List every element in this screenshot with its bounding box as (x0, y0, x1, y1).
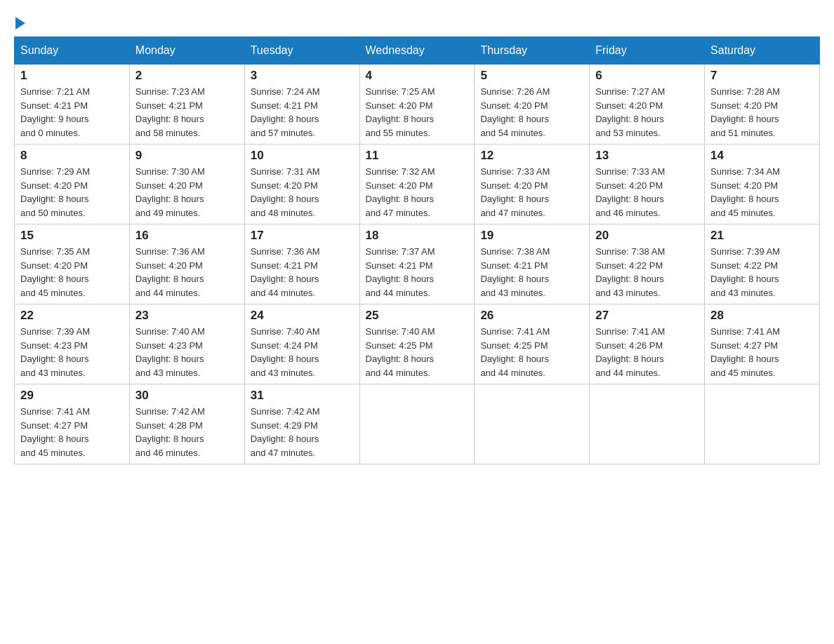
day-number: 7 (710, 69, 814, 83)
day-info: Sunrise: 7:28 AMSunset: 4:20 PMDaylight:… (710, 85, 814, 140)
calendar-cell: 22 Sunrise: 7:39 AMSunset: 4:23 PMDaylig… (15, 304, 130, 384)
calendar-cell (705, 384, 820, 464)
calendar-cell: 10 Sunrise: 7:31 AMSunset: 4:20 PMDaylig… (244, 145, 359, 224)
calendar-cell: 1 Sunrise: 7:21 AMSunset: 4:21 PMDayligh… (15, 65, 130, 145)
day-info: Sunrise: 7:39 AMSunset: 4:22 PMDaylight:… (710, 245, 814, 300)
calendar-cell: 9 Sunrise: 7:30 AMSunset: 4:20 PMDayligh… (129, 145, 244, 224)
day-number: 22 (20, 309, 124, 323)
day-info: Sunrise: 7:24 AMSunset: 4:21 PMDaylight:… (251, 85, 354, 140)
day-info: Sunrise: 7:26 AMSunset: 4:20 PMDaylight:… (480, 85, 583, 140)
calendar-cell: 18 Sunrise: 7:37 AMSunset: 4:21 PMDaylig… (359, 224, 475, 304)
calendar-table: SundayMondayTuesdayWednesdayThursdayFrid… (14, 36, 820, 464)
week-row-4: 22 Sunrise: 7:39 AMSunset: 4:23 PMDaylig… (15, 304, 820, 384)
day-info: Sunrise: 7:31 AMSunset: 4:20 PMDaylight:… (251, 165, 354, 220)
day-number: 20 (595, 229, 699, 243)
column-header-tuesday: Tuesday (244, 37, 359, 65)
column-header-saturday: Saturday (705, 37, 820, 65)
calendar-cell: 29 Sunrise: 7:41 AMSunset: 4:27 PMDaylig… (15, 384, 130, 464)
day-number: 17 (251, 229, 354, 243)
day-info: Sunrise: 7:33 AMSunset: 4:20 PMDaylight:… (480, 165, 583, 220)
day-number: 14 (710, 149, 814, 163)
day-number: 3 (251, 69, 354, 83)
calendar-cell: 17 Sunrise: 7:36 AMSunset: 4:21 PMDaylig… (244, 224, 359, 304)
day-info: Sunrise: 7:35 AMSunset: 4:20 PMDaylight:… (20, 245, 124, 300)
page-header (14, 14, 820, 29)
day-info: Sunrise: 7:41 AMSunset: 4:27 PMDaylight:… (20, 405, 124, 459)
calendar-cell: 12 Sunrise: 7:33 AMSunset: 4:20 PMDaylig… (475, 145, 590, 224)
day-number: 1 (20, 69, 124, 83)
calendar-cell: 11 Sunrise: 7:32 AMSunset: 4:20 PMDaylig… (359, 145, 475, 224)
day-info: Sunrise: 7:41 AMSunset: 4:25 PMDaylight:… (480, 325, 583, 380)
column-header-monday: Monday (129, 37, 244, 65)
calendar-cell (475, 384, 590, 464)
day-number: 26 (480, 309, 583, 323)
calendar-cell: 20 Sunrise: 7:38 AMSunset: 4:22 PMDaylig… (590, 224, 705, 304)
day-info: Sunrise: 7:36 AMSunset: 4:21 PMDaylight:… (251, 245, 354, 300)
day-number: 28 (710, 309, 814, 323)
calendar-cell: 2 Sunrise: 7:23 AMSunset: 4:21 PMDayligh… (129, 65, 244, 145)
calendar-cell: 14 Sunrise: 7:34 AMSunset: 4:20 PMDaylig… (705, 145, 820, 224)
day-info: Sunrise: 7:40 AMSunset: 4:23 PMDaylight:… (135, 325, 239, 380)
calendar-cell: 16 Sunrise: 7:36 AMSunset: 4:20 PMDaylig… (129, 224, 244, 304)
day-number: 5 (480, 69, 583, 83)
column-header-thursday: Thursday (475, 37, 590, 65)
day-info: Sunrise: 7:40 AMSunset: 4:25 PMDaylight:… (366, 325, 469, 380)
day-info: Sunrise: 7:23 AMSunset: 4:21 PMDaylight:… (135, 85, 239, 140)
day-number: 30 (135, 389, 239, 403)
calendar-cell: 25 Sunrise: 7:40 AMSunset: 4:25 PMDaylig… (359, 304, 475, 384)
calendar-cell: 6 Sunrise: 7:27 AMSunset: 4:20 PMDayligh… (590, 65, 705, 145)
week-row-1: 1 Sunrise: 7:21 AMSunset: 4:21 PMDayligh… (15, 65, 820, 145)
week-row-2: 8 Sunrise: 7:29 AMSunset: 4:20 PMDayligh… (15, 145, 820, 224)
day-info: Sunrise: 7:38 AMSunset: 4:22 PMDaylight:… (595, 245, 699, 300)
day-number: 2 (135, 69, 239, 83)
day-number: 27 (595, 309, 699, 323)
day-number: 6 (595, 69, 699, 83)
day-info: Sunrise: 7:37 AMSunset: 4:21 PMDaylight:… (366, 245, 469, 300)
day-info: Sunrise: 7:39 AMSunset: 4:23 PMDaylight:… (20, 325, 124, 380)
logo (14, 14, 25, 29)
day-number: 19 (480, 229, 583, 243)
day-info: Sunrise: 7:42 AMSunset: 4:29 PMDaylight:… (251, 405, 354, 459)
calendar-cell: 19 Sunrise: 7:38 AMSunset: 4:21 PMDaylig… (475, 224, 590, 304)
day-number: 16 (135, 229, 239, 243)
day-number: 29 (20, 389, 124, 403)
column-header-sunday: Sunday (15, 37, 130, 65)
column-header-friday: Friday (590, 37, 705, 65)
day-info: Sunrise: 7:33 AMSunset: 4:20 PMDaylight:… (595, 165, 699, 220)
day-number: 24 (251, 309, 354, 323)
day-number: 10 (251, 149, 354, 163)
column-header-wednesday: Wednesday (359, 37, 475, 65)
calendar-cell: 31 Sunrise: 7:42 AMSunset: 4:29 PMDaylig… (244, 384, 359, 464)
day-info: Sunrise: 7:29 AMSunset: 4:20 PMDaylight:… (20, 165, 124, 220)
day-info: Sunrise: 7:30 AMSunset: 4:20 PMDaylight:… (135, 165, 239, 220)
day-number: 4 (366, 69, 469, 83)
calendar-cell: 13 Sunrise: 7:33 AMSunset: 4:20 PMDaylig… (590, 145, 705, 224)
day-number: 15 (20, 229, 124, 243)
day-info: Sunrise: 7:36 AMSunset: 4:20 PMDaylight:… (135, 245, 239, 300)
day-number: 25 (366, 309, 469, 323)
calendar-cell: 21 Sunrise: 7:39 AMSunset: 4:22 PMDaylig… (705, 224, 820, 304)
calendar-cell: 26 Sunrise: 7:41 AMSunset: 4:25 PMDaylig… (475, 304, 590, 384)
day-info: Sunrise: 7:27 AMSunset: 4:20 PMDaylight:… (595, 85, 699, 140)
calendar-cell: 8 Sunrise: 7:29 AMSunset: 4:20 PMDayligh… (15, 145, 130, 224)
calendar-cell: 23 Sunrise: 7:40 AMSunset: 4:23 PMDaylig… (129, 304, 244, 384)
day-number: 12 (480, 149, 583, 163)
day-info: Sunrise: 7:42 AMSunset: 4:28 PMDaylight:… (135, 405, 239, 459)
day-number: 13 (595, 149, 699, 163)
day-number: 23 (135, 309, 239, 323)
day-info: Sunrise: 7:40 AMSunset: 4:24 PMDaylight:… (251, 325, 354, 380)
day-info: Sunrise: 7:25 AMSunset: 4:20 PMDaylight:… (366, 85, 469, 140)
day-info: Sunrise: 7:21 AMSunset: 4:21 PMDaylight:… (20, 85, 124, 140)
day-number: 9 (135, 149, 239, 163)
calendar-cell (590, 384, 705, 464)
calendar-cell: 3 Sunrise: 7:24 AMSunset: 4:21 PMDayligh… (244, 65, 359, 145)
calendar-cell: 7 Sunrise: 7:28 AMSunset: 4:20 PMDayligh… (705, 65, 820, 145)
calendar-cell: 24 Sunrise: 7:40 AMSunset: 4:24 PMDaylig… (244, 304, 359, 384)
day-info: Sunrise: 7:34 AMSunset: 4:20 PMDaylight:… (710, 165, 814, 220)
day-number: 21 (710, 229, 814, 243)
logo-arrow-icon (15, 17, 25, 29)
day-info: Sunrise: 7:41 AMSunset: 4:27 PMDaylight:… (710, 325, 814, 380)
day-number: 31 (251, 389, 354, 403)
calendar-cell: 30 Sunrise: 7:42 AMSunset: 4:28 PMDaylig… (129, 384, 244, 464)
calendar-cell: 15 Sunrise: 7:35 AMSunset: 4:20 PMDaylig… (15, 224, 130, 304)
